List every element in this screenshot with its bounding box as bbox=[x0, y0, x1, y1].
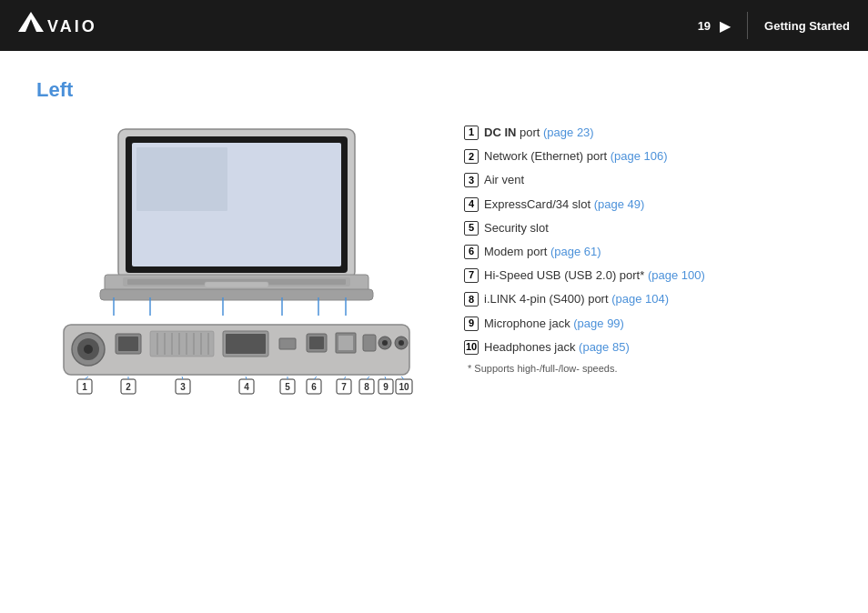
svg-text:7: 7 bbox=[341, 382, 347, 392]
item-link[interactable]: (page 23) bbox=[543, 126, 594, 139]
item-text: Microphone jack (page 99) bbox=[484, 316, 624, 332]
item-text: Network (Ethernet) port (page 106) bbox=[484, 148, 668, 165]
svg-marker-0 bbox=[18, 12, 44, 32]
laptop-illustration bbox=[64, 120, 409, 320]
item-text: i.LINK 4-pin (S400) port (page 104) bbox=[484, 291, 669, 307]
list-item: 7Hi-Speed USB (USB 2.0) port* (page 100) bbox=[464, 267, 832, 284]
laptop-svg bbox=[64, 120, 409, 320]
item-number: 8 bbox=[464, 292, 479, 306]
svg-point-43 bbox=[399, 340, 404, 346]
svg-text:4: 4 bbox=[244, 382, 249, 392]
item-number: 4 bbox=[464, 197, 479, 212]
svg-rect-9 bbox=[205, 282, 268, 287]
svg-rect-38 bbox=[338, 336, 353, 350]
list-item: 10Headphones jack (page 85) bbox=[464, 339, 832, 356]
svg-text:2: 2 bbox=[126, 382, 131, 392]
content-area: 1 2 3 4 5 6 bbox=[36, 120, 832, 402]
section-header-label: Getting Started bbox=[764, 19, 850, 33]
svg-text:9: 9 bbox=[383, 382, 389, 392]
footnote: * Supports high-/full-/low- speeds. bbox=[464, 363, 832, 374]
svg-rect-10 bbox=[100, 289, 373, 300]
svg-rect-23 bbox=[150, 331, 214, 357]
list-item: 5Security slot bbox=[464, 220, 832, 236]
list-item: 1DC IN port (page 23) bbox=[464, 125, 832, 141]
list-item: 9Microphone jack (page 99) bbox=[464, 316, 832, 332]
page-number: 19 bbox=[698, 19, 711, 33]
svg-rect-39 bbox=[363, 335, 376, 351]
svg-rect-34 bbox=[279, 338, 296, 349]
list-item: 8i.LINK 4-pin (S400) port (page 104) bbox=[464, 291, 832, 307]
main-content: Left bbox=[0, 51, 868, 429]
port-bar-svg: 1 2 3 4 5 6 bbox=[59, 320, 414, 402]
svg-text:10: 10 bbox=[399, 382, 409, 392]
svg-rect-22 bbox=[118, 337, 138, 351]
item-text: Modem port (page 61) bbox=[484, 244, 601, 260]
port-bar: 1 2 3 4 5 6 bbox=[59, 320, 414, 402]
item-text: DC IN port (page 23) bbox=[484, 125, 594, 141]
item-text: Headphones jack (page 85) bbox=[484, 339, 630, 356]
svg-point-41 bbox=[382, 340, 388, 346]
arrow-icon: ▶ bbox=[720, 17, 731, 35]
list-item: 2Network (Ethernet) port (page 106) bbox=[464, 148, 832, 165]
item-number: 6 bbox=[464, 245, 479, 259]
item-link[interactable]: (page 100) bbox=[648, 268, 705, 282]
svg-text:6: 6 bbox=[311, 382, 317, 392]
item-link[interactable]: (page 106) bbox=[611, 149, 668, 163]
svg-text:1: 1 bbox=[82, 382, 87, 392]
section-title: Left bbox=[36, 78, 832, 102]
item-text: Hi-Speed USB (USB 2.0) port* (page 100) bbox=[484, 267, 705, 284]
svg-text:8: 8 bbox=[364, 382, 369, 392]
svg-rect-5 bbox=[136, 147, 227, 211]
list-item: 6Modem port (page 61) bbox=[464, 244, 832, 260]
item-link[interactable]: (page 49) bbox=[594, 197, 645, 211]
component-list: 1DC IN port (page 23)2Network (Ethernet)… bbox=[464, 120, 832, 374]
item-number: 7 bbox=[464, 268, 479, 283]
list-item: 4ExpressCard/34 slot (page 49) bbox=[464, 196, 832, 213]
item-number: 5 bbox=[464, 221, 479, 236]
item-link[interactable]: (page 61) bbox=[550, 245, 601, 258]
list-item: 3Air vent bbox=[464, 172, 832, 188]
item-number: 3 bbox=[464, 173, 479, 187]
header-divider bbox=[747, 12, 748, 39]
svg-rect-33 bbox=[226, 334, 266, 354]
item-number: 10 bbox=[464, 340, 479, 355]
vaio-logo: VAIO bbox=[18, 12, 100, 39]
item-text: Security slot bbox=[484, 220, 549, 236]
svg-text:5: 5 bbox=[285, 382, 290, 392]
svg-rect-36 bbox=[309, 337, 324, 349]
svg-text:3: 3 bbox=[180, 382, 186, 392]
header: VAIO 19 ▶ Getting Started bbox=[0, 0, 868, 51]
item-number: 9 bbox=[464, 317, 479, 331]
svg-point-20 bbox=[84, 345, 93, 354]
item-link[interactable]: (page 85) bbox=[579, 340, 630, 354]
illustration-area: 1 2 3 4 5 6 bbox=[36, 120, 437, 402]
item-link[interactable]: (page 99) bbox=[573, 317, 624, 330]
header-right: 19 ▶ Getting Started bbox=[698, 12, 850, 39]
item-text: Air vent bbox=[484, 172, 524, 188]
logo-area: VAIO bbox=[18, 12, 100, 39]
item-link[interactable]: (page 104) bbox=[611, 292, 669, 306]
item-number: 2 bbox=[464, 149, 479, 164]
item-text: ExpressCard/34 slot (page 49) bbox=[484, 196, 644, 213]
svg-text:VAIO: VAIO bbox=[47, 17, 97, 35]
item-number: 1 bbox=[464, 126, 479, 140]
